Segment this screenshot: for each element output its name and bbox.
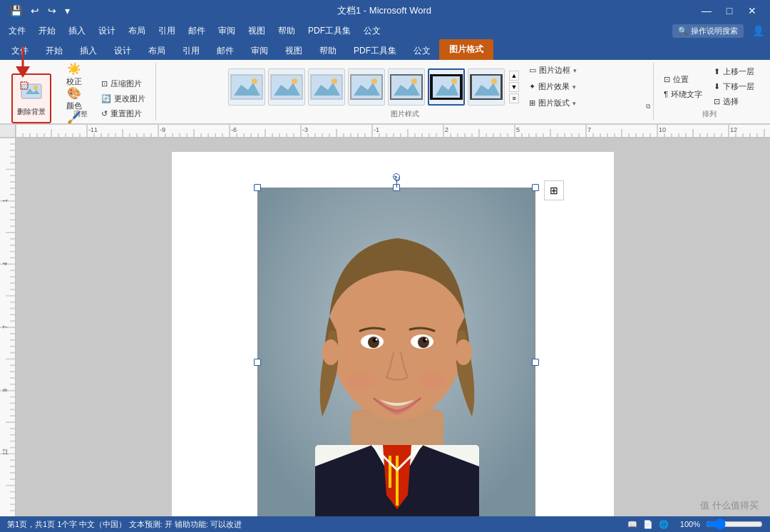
tab-mailings[interactable]: 邮件: [208, 42, 242, 60]
tab-pdf[interactable]: PDF工具集: [345, 42, 405, 60]
pic-style-dark-border[interactable]: [428, 68, 465, 106]
send-backward-button[interactable]: ⬇ 下移一层: [709, 80, 759, 93]
account-icon[interactable]: 👤: [749, 24, 767, 38]
handle-top-left[interactable]: [254, 184, 261, 191]
menu-official[interactable]: 公文: [358, 24, 386, 39]
picture-styles-label: 图片样式: [156, 109, 653, 119]
change-picture-button[interactable]: 🔄 更改图片: [97, 92, 150, 106]
title-bar: 💾 ↩ ↪ ▾ 文档1 - Microsoft Word — □ ✕: [0, 0, 770, 21]
menu-review[interactable]: 审阅: [212, 24, 241, 39]
rotate-handle[interactable]: [393, 173, 400, 180]
menu-file[interactable]: 文件: [3, 24, 31, 39]
zoom-slider[interactable]: [706, 518, 763, 530]
position-label: 位置: [673, 74, 689, 85]
tab-layout[interactable]: 布局: [140, 42, 174, 60]
svg-point-31: [368, 337, 379, 348]
save-button[interactable]: 💾: [7, 4, 25, 18]
search-placeholder: 操作说明搜索: [691, 26, 738, 36]
layout-icon: ⊞: [529, 98, 535, 108]
menu-view[interactable]: 视图: [242, 24, 271, 39]
tab-view[interactable]: 视图: [277, 42, 311, 60]
zoom-level: 100%: [680, 520, 700, 528]
arrange-group: ⊡ 位置 ¶ 环绕文字 ⬆ 上移一层 ⬇ 下移一层: [654, 63, 764, 121]
layout-options-icon[interactable]: ⊞: [544, 180, 564, 200]
window-title: 文档1 - Microsoft Word: [337, 4, 431, 17]
minimize-button[interactable]: —: [696, 4, 717, 18]
style-expand[interactable]: ≡: [509, 93, 519, 103]
customize-qa-button[interactable]: ▾: [62, 4, 73, 18]
tab-home[interactable]: 开始: [37, 42, 71, 60]
handle-top-right[interactable]: [532, 184, 539, 191]
compress-picture-button[interactable]: ⊡ 压缩图片: [97, 77, 150, 91]
color-button[interactable]: 🎨 颜色: [54, 87, 94, 110]
status-bar: 第1页，共1页 1个字 中文（中国） 文本预测: 开 辅助功能: 可以改进 📖 …: [0, 516, 770, 532]
handle-middle-left[interactable]: [254, 359, 261, 366]
menu-insert[interactable]: 插入: [63, 24, 91, 39]
pic-style-4[interactable]: [348, 68, 385, 106]
svg-point-39: [322, 339, 339, 365]
pic-style-1[interactable]: [228, 68, 265, 106]
selection-icon: ⊡: [714, 97, 720, 106]
tab-insert[interactable]: 插入: [71, 42, 106, 60]
svg-point-8: [292, 78, 297, 84]
menu-help[interactable]: 帮助: [272, 24, 301, 39]
menu-pdf[interactable]: PDF工具集: [302, 24, 356, 39]
svg-point-6: [252, 78, 257, 84]
compress-label: 压缩图片: [111, 78, 142, 89]
wrap-text-button[interactable]: ¶ 环绕文字: [659, 88, 707, 101]
view-web[interactable]: 🌐: [659, 520, 669, 529]
view-print[interactable]: 📄: [643, 520, 653, 529]
tab-review[interactable]: 审阅: [242, 42, 277, 60]
handle-middle-right[interactable]: [532, 359, 539, 366]
picture-effects-button[interactable]: ✦ 图片效果 ▾: [525, 80, 581, 93]
corrections-label: 校正: [66, 76, 82, 87]
menu-home[interactable]: 开始: [33, 24, 61, 39]
position-button[interactable]: ⊡ 位置: [659, 73, 707, 86]
undo-button[interactable]: ↩: [28, 4, 42, 18]
maximize-button[interactable]: □: [719, 4, 740, 18]
tab-design[interactable]: 设计: [106, 42, 140, 60]
svg-point-36: [426, 339, 428, 341]
redo-button[interactable]: ↪: [45, 4, 59, 18]
main-area: ⊞ 值 什么值得买: [0, 138, 770, 517]
selected-image[interactable]: [257, 188, 535, 517]
arrange-group-label: 排列: [654, 109, 764, 119]
close-button[interactable]: ✕: [741, 4, 763, 18]
picture-layout-button[interactable]: ⊞ 图片版式 ▾: [525, 96, 581, 110]
pic-style-dark-fill[interactable]: [468, 68, 505, 106]
bring-forward-button[interactable]: ⬆ 上移一层: [709, 65, 759, 78]
menu-design[interactable]: 设计: [93, 24, 121, 39]
pic-style-3[interactable]: [308, 68, 345, 106]
svg-point-17: [451, 78, 457, 84]
pic-style-5[interactable]: [388, 68, 425, 106]
search-icon: 🔍: [678, 26, 688, 36]
send-backward-label: 下移一层: [723, 81, 754, 92]
corrections-button[interactable]: ☀️ 校正: [54, 63, 94, 86]
style-scroll-down[interactable]: ▼: [509, 82, 519, 92]
search-box[interactable]: 🔍 操作说明搜索: [672, 24, 744, 38]
menu-references[interactable]: 引用: [153, 24, 181, 39]
quick-access-toolbar: 💾 ↩ ↪ ▾: [7, 4, 73, 18]
document-canvas[interactable]: ⊞ 值 什么值得买: [16, 138, 770, 517]
adjust-small-buttons: ☀️ 校正 🎨 颜色 🖌️ 艺术效果: [54, 63, 94, 134]
pic-style-2[interactable]: [268, 68, 305, 106]
menu-layout[interactable]: 布局: [123, 24, 151, 39]
menu-mailings[interactable]: 邮件: [183, 24, 211, 39]
status-text: 第1页，共1页 1个字 中文（中国） 文本预测: 开 辅助功能: 可以改进: [7, 519, 242, 530]
tab-help[interactable]: 帮助: [311, 42, 345, 60]
tab-official[interactable]: 公文: [405, 42, 439, 60]
watermark: 值 什么值得买: [700, 499, 759, 512]
selection-label: 选择: [723, 96, 739, 107]
ribbon-content: 删除背景 ☀️ 校正: [0, 60, 770, 124]
border-label: 图片边框: [539, 65, 570, 76]
style-scroll-up[interactable]: ▲: [509, 71, 519, 81]
layout-label: 图片版式: [538, 98, 570, 108]
view-reading[interactable]: 📖: [627, 520, 637, 529]
tab-references[interactable]: 引用: [174, 42, 208, 60]
picture-border-button[interactable]: ▭ 图片边框 ▾: [525, 63, 581, 77]
image-container[interactable]: ⊞: [257, 188, 535, 517]
selection-pane-button[interactable]: ⊡ 选择: [709, 95, 759, 108]
picture-styles-expand[interactable]: ⧉: [646, 103, 650, 111]
svg-point-1: [34, 86, 38, 90]
tab-picture-format[interactable]: 图片格式: [439, 39, 493, 60]
